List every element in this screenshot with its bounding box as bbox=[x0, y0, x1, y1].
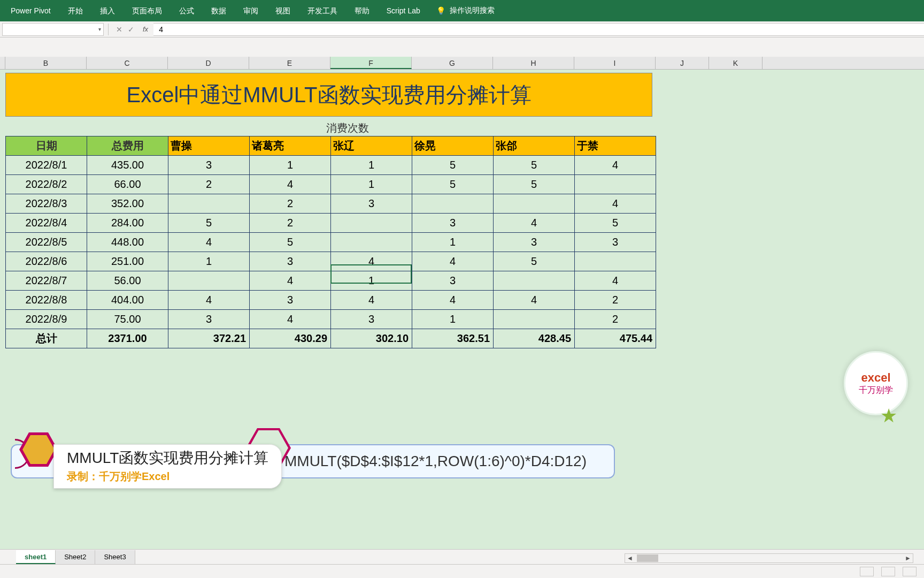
column-header[interactable]: H bbox=[493, 57, 574, 69]
data-table[interactable]: 日期 总费用 曹操 诸葛亮 张辽 徐晃 张郃 于禁 2022/8/1435.00… bbox=[5, 136, 656, 348]
cell-value[interactable]: 4 bbox=[575, 194, 656, 214]
cell-value[interactable]: 2 bbox=[575, 291, 656, 310]
cell-value[interactable]: 4 bbox=[575, 271, 656, 291]
cell-value[interactable]: 3 bbox=[494, 233, 575, 252]
cell-value[interactable] bbox=[494, 194, 575, 214]
cell-cost[interactable]: 435.00 bbox=[87, 156, 168, 175]
tell-me-search[interactable]: 💡操作说明搜索 bbox=[429, 6, 495, 16]
cell-value[interactable]: 4 bbox=[412, 252, 494, 271]
ribbon-tab[interactable]: Script Lab bbox=[378, 0, 429, 21]
ribbon-tab[interactable]: 视图 bbox=[267, 0, 299, 21]
cell-value[interactable]: 4 bbox=[250, 310, 331, 329]
view-normal-icon[interactable] bbox=[860, 567, 874, 576]
cell-cost[interactable]: 404.00 bbox=[87, 291, 168, 310]
enter-icon[interactable]: ✓ bbox=[128, 25, 134, 34]
cancel-icon[interactable]: ✕ bbox=[116, 25, 122, 34]
cell-value[interactable]: 2 bbox=[168, 175, 250, 194]
cell-date[interactable]: 2022/8/9 bbox=[6, 310, 87, 329]
sheet-tab[interactable]: Sheet2 bbox=[56, 550, 95, 564]
select-all-corner[interactable] bbox=[0, 57, 5, 69]
column-header[interactable]: F bbox=[330, 57, 412, 69]
column-header[interactable]: B bbox=[5, 57, 87, 69]
cell-cost[interactable]: 66.00 bbox=[87, 175, 168, 194]
cell-date[interactable]: 2022/8/5 bbox=[6, 233, 87, 252]
dropdown-caret-icon[interactable]: ▾ bbox=[98, 26, 101, 32]
cell-value[interactable]: 3 bbox=[168, 156, 250, 175]
cell-value[interactable]: 1 bbox=[331, 271, 412, 291]
cell-value[interactable]: 4 bbox=[494, 291, 575, 310]
view-layout-icon[interactable] bbox=[881, 567, 895, 576]
cell-value[interactable]: 2 bbox=[575, 310, 656, 329]
cell-value[interactable]: 3 bbox=[412, 214, 494, 233]
cell-value[interactable]: 4 bbox=[168, 233, 250, 252]
cell-value[interactable] bbox=[412, 194, 494, 214]
cell-cost[interactable]: 352.00 bbox=[87, 194, 168, 214]
cell-value[interactable]: 1 bbox=[331, 175, 412, 194]
cell-value[interactable]: 4 bbox=[331, 252, 412, 271]
cell-value[interactable]: 3 bbox=[575, 233, 656, 252]
cell-value[interactable]: 3 bbox=[331, 310, 412, 329]
cell-value[interactable]: 5 bbox=[412, 175, 494, 194]
cell-cost[interactable]: 284.00 bbox=[87, 214, 168, 233]
cell-value[interactable]: 4 bbox=[412, 291, 494, 310]
column-header[interactable]: I bbox=[574, 57, 656, 69]
cell-value[interactable]: 2 bbox=[250, 194, 331, 214]
cell-value[interactable]: 5 bbox=[494, 156, 575, 175]
cell-date[interactable]: 2022/8/7 bbox=[6, 271, 87, 291]
cell-cost[interactable]: 448.00 bbox=[87, 233, 168, 252]
sheet-tab[interactable]: Sheet3 bbox=[95, 550, 135, 564]
column-header[interactable]: D bbox=[168, 57, 249, 69]
ribbon-tab[interactable]: 开发工具 bbox=[299, 0, 346, 21]
fx-icon[interactable]: fx bbox=[143, 25, 148, 33]
cell-value[interactable] bbox=[331, 214, 412, 233]
horizontal-scrollbar[interactable]: ◄ ► bbox=[625, 553, 913, 563]
cell-value[interactable]: 3 bbox=[412, 271, 494, 291]
cell-date[interactable]: 2022/8/4 bbox=[6, 214, 87, 233]
cell-value[interactable]: 3 bbox=[250, 291, 331, 310]
column-header[interactable]: E bbox=[249, 57, 330, 69]
cell-value[interactable]: 1 bbox=[250, 156, 331, 175]
cell-value[interactable] bbox=[494, 310, 575, 329]
cell-value[interactable]: 4 bbox=[168, 291, 250, 310]
sheet-tab[interactable]: sheet1 bbox=[16, 550, 56, 564]
cell-value[interactable]: 5 bbox=[412, 156, 494, 175]
cell-value[interactable]: 4 bbox=[250, 175, 331, 194]
cell-value[interactable]: 5 bbox=[494, 175, 575, 194]
formula-input[interactable] bbox=[153, 23, 924, 36]
cell-value[interactable] bbox=[168, 194, 250, 214]
ribbon-tab[interactable]: 帮助 bbox=[346, 0, 378, 21]
cell-value[interactable] bbox=[575, 175, 656, 194]
cell-value[interactable]: 5 bbox=[575, 214, 656, 233]
cell-cost[interactable]: 251.00 bbox=[87, 252, 168, 271]
cell-value[interactable] bbox=[575, 252, 656, 271]
cell-date[interactable]: 2022/8/2 bbox=[6, 175, 87, 194]
cell-cost[interactable]: 75.00 bbox=[87, 310, 168, 329]
cell-value[interactable]: 5 bbox=[168, 214, 250, 233]
column-header[interactable]: J bbox=[656, 57, 709, 69]
scroll-thumb[interactable] bbox=[637, 554, 658, 562]
cell-value[interactable]: 1 bbox=[331, 156, 412, 175]
cell-date[interactable]: 2022/8/6 bbox=[6, 252, 87, 271]
cell-value[interactable]: 3 bbox=[250, 252, 331, 271]
ribbon-tab[interactable]: 插入 bbox=[91, 0, 124, 21]
cell-value[interactable]: 3 bbox=[331, 194, 412, 214]
view-pagebreak-icon[interactable] bbox=[903, 567, 917, 576]
cell-value[interactable]: 4 bbox=[494, 214, 575, 233]
cell-value[interactable]: 4 bbox=[331, 291, 412, 310]
cell-value[interactable]: 4 bbox=[250, 271, 331, 291]
cell-value[interactable]: 4 bbox=[575, 156, 656, 175]
cell-value[interactable] bbox=[494, 271, 575, 291]
column-header[interactable]: K bbox=[709, 57, 763, 69]
scroll-right-icon[interactable]: ► bbox=[903, 554, 913, 562]
column-header[interactable]: G bbox=[412, 57, 493, 69]
cell-value[interactable]: 3 bbox=[168, 310, 250, 329]
ribbon-tab[interactable]: Power Pivot bbox=[2, 0, 59, 21]
cell-value[interactable]: 2 bbox=[250, 214, 331, 233]
ribbon-tab[interactable]: 审阅 bbox=[235, 0, 267, 21]
cell-date[interactable]: 2022/8/1 bbox=[6, 156, 87, 175]
cell-value[interactable]: 1 bbox=[412, 310, 494, 329]
ribbon-tab[interactable]: 数据 bbox=[203, 0, 235, 21]
name-box[interactable]: ▾ bbox=[2, 23, 104, 36]
cell-value[interactable]: 5 bbox=[250, 233, 331, 252]
cell-date[interactable]: 2022/8/3 bbox=[6, 194, 87, 214]
